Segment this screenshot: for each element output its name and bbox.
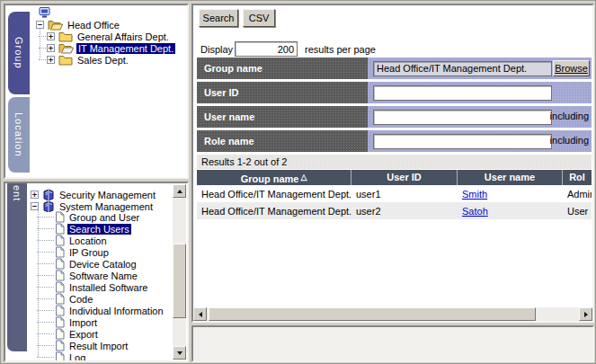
menu-item-device-catalog[interactable]: Device Catalog <box>55 258 138 270</box>
field-value-cell: including <box>368 106 592 128</box>
main-horizontal-scrollbar[interactable] <box>193 307 592 321</box>
role-name-input[interactable] <box>373 134 552 149</box>
results-per-page-input[interactable] <box>235 41 298 57</box>
tree-label: General Affairs Dept. <box>76 31 171 42</box>
menu-label: Log <box>67 352 87 363</box>
app-window: Group Location Head Office General Affai… <box>0 0 596 364</box>
display-suffix: results per page <box>305 44 376 55</box>
menu-item-installed-software[interactable]: Installed Software <box>55 281 149 293</box>
page-icon <box>55 270 65 281</box>
user-name-input[interactable] <box>373 110 552 125</box>
field-value-cell <box>368 82 592 103</box>
triangle-up-icon <box>177 190 182 193</box>
collapse-icon[interactable] <box>31 202 39 210</box>
expand-icon[interactable] <box>31 191 39 199</box>
folder-icon <box>58 54 73 66</box>
menu-vertical-scrollbar[interactable] <box>173 184 186 360</box>
field-label: Group name <box>197 58 368 79</box>
field-label: User ID <box>197 82 368 103</box>
scroll-down-button[interactable] <box>173 346 186 360</box>
search-users-panel: Search CSV Display results per page Grou… <box>191 4 594 323</box>
column-header-user-id[interactable]: User ID <box>351 170 458 185</box>
menu-item-result-import[interactable]: Result Import <box>55 340 129 351</box>
menu-label: Software Name <box>67 271 139 281</box>
menu-node-security-management[interactable]: Security Management <box>31 189 157 200</box>
menu-item-location[interactable]: Location <box>55 235 109 246</box>
field-label: Role name <box>197 130 368 152</box>
expand-icon[interactable] <box>47 56 55 64</box>
user-id-input[interactable] <box>373 85 552 101</box>
menu-label: Import <box>67 317 99 328</box>
menu-item-individual-information[interactable]: Individual Information <box>55 305 165 316</box>
page-icon <box>55 316 65 328</box>
scroll-thumb[interactable] <box>173 244 186 318</box>
tree-node-sales[interactable]: Sales Dept. <box>47 54 130 66</box>
expand-icon[interactable] <box>47 44 55 52</box>
menu-item-ip-group[interactable]: IP Group <box>55 246 111 258</box>
search-button[interactable]: Search <box>199 9 238 27</box>
menu-label: Code <box>67 294 94 305</box>
page-icon <box>55 281 65 293</box>
menu-item-search-users[interactable]: Search Users <box>55 223 131 235</box>
tab-location-label: Location <box>13 112 24 157</box>
menu-tree-panel: ent Security Management System Managemen… <box>4 182 189 362</box>
management-book-icon <box>42 189 55 200</box>
page-icon <box>55 351 65 362</box>
tree-node-it-management[interactable]: IT Management Dept. <box>47 42 175 54</box>
menu-label: Security Management <box>58 190 157 200</box>
vertical-tab-management[interactable]: ent <box>7 183 27 351</box>
collapse-icon[interactable] <box>36 21 44 29</box>
tree-label: Head Office <box>66 20 121 31</box>
column-header-role[interactable]: Rol <box>563 170 592 185</box>
tree-connector-line <box>40 26 40 60</box>
menu-label: Individual Information <box>67 306 165 316</box>
group-name-input[interactable] <box>373 61 552 76</box>
column-header-group-name[interactable]: Group name△ <box>197 170 351 185</box>
tree-node-general-affairs[interactable]: General Affairs Dept. <box>47 31 171 42</box>
page-icon <box>55 211 65 223</box>
column-header-user-name[interactable]: User name <box>458 170 563 185</box>
menu-label: Location <box>67 235 109 246</box>
tab-group-label: Group <box>13 37 24 69</box>
tab-group[interactable]: Group <box>8 12 30 94</box>
triangle-right-icon <box>584 312 588 317</box>
tree-node-head-office[interactable]: Head Office <box>36 19 121 31</box>
menu-item-group-and-user[interactable]: Group and User <box>55 211 141 223</box>
cell-user-name: Smith <box>458 185 563 202</box>
root-computer-icon <box>38 7 51 19</box>
menu-item-log[interactable]: Log <box>55 351 87 362</box>
scroll-left-button[interactable] <box>193 307 207 321</box>
menu-item-software-name[interactable]: Software Name <box>55 270 139 281</box>
results-table-header: Group name△ User ID User name Rol <box>197 170 592 185</box>
scroll-right-button[interactable] <box>579 307 592 321</box>
menu-label: Result Import <box>67 341 129 351</box>
menu-label: System Management <box>58 201 155 212</box>
menu-item-export[interactable]: Export <box>55 328 100 340</box>
cell-user-id: user2 <box>351 202 458 219</box>
tree-root-row[interactable] <box>38 7 54 19</box>
tree-label-selected: IT Management Dept. <box>76 43 175 54</box>
scroll-thumb[interactable] <box>209 307 536 321</box>
triangle-left-icon <box>199 312 202 317</box>
page-icon <box>55 258 65 270</box>
field-value-cell: Browse <box>368 58 592 79</box>
menu-item-code[interactable]: Code <box>55 293 94 305</box>
sort-ascending-icon: △ <box>300 173 307 182</box>
user-name-link[interactable]: Satoh <box>462 206 488 217</box>
csv-button[interactable]: CSV <box>243 9 275 27</box>
including-label: including <box>550 111 589 121</box>
vertical-tab-label: ent <box>12 185 22 201</box>
user-name-link[interactable]: Smith <box>462 189 487 200</box>
browse-button[interactable]: Browse <box>553 60 590 76</box>
tree-label: Sales Dept. <box>76 55 130 66</box>
table-row: Head Office/IT Management Dept. user2 Sa… <box>197 202 592 219</box>
menu-label: Export <box>67 329 100 340</box>
results-summary: Results 1-2 out of 2 <box>201 156 287 167</box>
menu-item-import[interactable]: Import <box>55 316 99 328</box>
expand-icon[interactable] <box>47 32 55 40</box>
cell-user-id: user1 <box>351 185 458 202</box>
tab-location[interactable]: Location <box>8 97 30 173</box>
triangle-down-icon <box>177 351 182 355</box>
scroll-up-button[interactable] <box>173 184 186 198</box>
page-icon <box>55 328 65 340</box>
